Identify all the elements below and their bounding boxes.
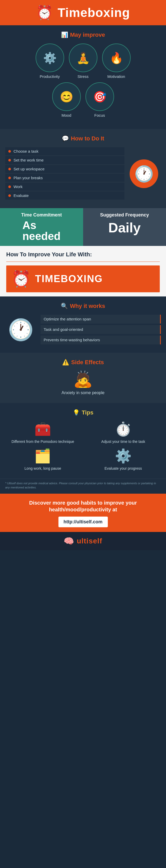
- circle-stress: 🧘 Stress: [69, 43, 97, 79]
- figure-circle: 🕐: [130, 159, 158, 188]
- step-text-6: Evaluate: [13, 193, 29, 198]
- tips-grid: 🧰 Different from the Pomodoro technique …: [5, 421, 161, 471]
- tip-3-text: Long work, long pause: [25, 466, 61, 471]
- circle-motivation: 🔥 Motivation: [102, 43, 131, 79]
- may-improve-section: 📊 May improve ⚙️ Productivity 🧘 Stress 🔥…: [0, 25, 166, 129]
- why-text-3: Prevents time-wasting behaviors: [44, 338, 100, 342]
- figure-person-icon: 🕐: [134, 165, 154, 183]
- why-works-section: 🔍 Why it works 🕐 Optimize the attention …: [0, 297, 166, 353]
- improve-banner-title: How To Improve Your Life With:: [6, 251, 160, 258]
- brand-footer: 🧠 ultiself: [0, 532, 166, 550]
- tips-bulb-icon: 💡: [73, 409, 80, 416]
- mood-label: Mood: [61, 113, 72, 118]
- focus-label: Focus: [94, 113, 105, 118]
- tip-1: 🧰 Different from the Pomodoro technique: [5, 421, 81, 444]
- why-works-title: 🔍 Why it works: [5, 303, 161, 309]
- tips-title: 💡 Tips: [5, 409, 161, 416]
- stress-label: Stress: [77, 74, 89, 79]
- motivation-label: Motivation: [107, 74, 125, 79]
- disclaimer-section: * Ultiself does not provide medical advi…: [0, 478, 166, 494]
- tip-3: 🗂️ Long work, long pause: [5, 448, 81, 471]
- step-text-1: Choose a task: [13, 149, 38, 153]
- brand-name-prefix: ulti: [77, 537, 89, 545]
- app-title: Timeboxing: [58, 5, 130, 20]
- productivity-label: Productivity: [40, 74, 60, 79]
- steps-list: Choose a task Set the work time Set up w…: [5, 147, 124, 200]
- step-dot-2: [8, 159, 11, 161]
- how-to-section: 💬 How to Do It Choose a task Set the wor…: [0, 129, 166, 208]
- footer-url-box[interactable]: http://ultiself.com: [58, 517, 108, 527]
- improve-banner-content: ⏰ TIMEBOXING: [6, 266, 160, 292]
- may-improve-icon: 📊: [61, 32, 68, 38]
- footer-cta: Discover more good habits to improve you…: [0, 494, 166, 532]
- side-effects-section: ⚠️ Side Effects 🙇 Anxiety in some people: [0, 353, 166, 403]
- brand-name: ultiself: [77, 537, 102, 545]
- step-4: Plan your breaks: [5, 174, 124, 182]
- productivity-circle: ⚙️: [36, 43, 64, 72]
- step-text-2: Set the work time: [13, 158, 44, 162]
- time-commitment-label: Time Commitment: [21, 212, 62, 218]
- suggested-frequency-label: Suggested Frequency: [100, 212, 149, 218]
- how-to-content: Choose a task Set the work time Set up w…: [5, 147, 161, 200]
- may-improve-title: 📊 May improve: [5, 32, 161, 38]
- tips-section: 💡 Tips 🧰 Different from the Pomodoro tec…: [0, 403, 166, 478]
- step-text-4: Plan your breaks: [13, 176, 43, 180]
- circle-focus: 🎯 Focus: [85, 82, 114, 118]
- why-figure: 🕐: [5, 317, 36, 342]
- step-3: Set up workspace: [5, 165, 124, 173]
- mood-circle: 😊: [52, 82, 81, 111]
- brand-icon: 🧠: [64, 536, 74, 546]
- footer-cta-text: Discover more good habits to improve you…: [6, 499, 160, 513]
- circle-productivity: ⚙️ Productivity: [36, 43, 64, 79]
- why-item-3: Prevents time-wasting behaviors: [41, 336, 161, 344]
- why-works-content: 🕐 Optimize the attention span Task and g…: [5, 315, 161, 345]
- step-1: Choose a task: [5, 147, 124, 155]
- step-dot-6: [8, 194, 11, 197]
- time-commitment-value: As needed: [22, 220, 60, 242]
- tip-4: ⚙️ Evaluate your progress: [86, 448, 161, 471]
- side-effects-text: Anxiety in some people: [5, 391, 161, 395]
- step-6: Evaluate: [5, 191, 124, 199]
- step-2: Set the work time: [5, 156, 124, 164]
- time-freq-section: Time Commitment As needed Suggested Freq…: [0, 208, 166, 246]
- why-text-1: Optimize the attention span: [44, 317, 91, 321]
- tip-1-icon: 🧰: [34, 421, 51, 437]
- side-effects-warning-icon: ⚠️: [62, 359, 69, 366]
- step-dot-3: [8, 168, 11, 170]
- tip-3-icon: 🗂️: [34, 448, 51, 464]
- step-text-5: Work: [13, 184, 23, 189]
- step-text-3: Set up workspace: [13, 167, 44, 171]
- step-dot-4: [8, 177, 11, 179]
- tip-4-text: Evaluate your progress: [105, 466, 142, 471]
- stress-circle: 🧘: [69, 43, 97, 72]
- focus-circle: 🎯: [85, 82, 114, 111]
- how-to-title: 💬 How to Do It: [5, 135, 161, 142]
- brand-name-suffix: self: [89, 537, 102, 545]
- why-item-2: Task and goal-oriented: [41, 325, 161, 334]
- why-figure-icon: 🕐: [8, 317, 34, 342]
- tip-2-text: Adjust your time to the task: [101, 439, 145, 444]
- circles-row-bottom: 😊 Mood 🎯 Focus: [5, 82, 161, 118]
- step-dot-1: [8, 150, 11, 153]
- time-commitment-box: Time Commitment As needed: [0, 208, 83, 246]
- improve-divider: [6, 261, 160, 262]
- step-5: Work: [5, 183, 124, 191]
- why-item-1: Optimize the attention span: [41, 315, 161, 323]
- tip-2-icon: ⏱️: [115, 421, 132, 437]
- improve-banner: How To Improve Your Life With: ⏰ TIMEBOX…: [0, 246, 166, 297]
- motivation-circle: 🔥: [102, 43, 131, 72]
- tip-2: ⏱️ Adjust your time to the task: [86, 421, 161, 444]
- header: ⏰ Timeboxing: [0, 0, 166, 25]
- improve-banner-icon: ⏰: [11, 270, 31, 288]
- why-works-icon: 🔍: [61, 303, 68, 309]
- tip-4-icon: ⚙️: [115, 448, 132, 464]
- why-list: Optimize the attention span Task and goa…: [41, 315, 161, 345]
- circles-row-top: ⚙️ Productivity 🧘 Stress 🔥 Motivation: [5, 43, 161, 79]
- how-to-icon: 💬: [62, 135, 69, 142]
- disclaimer-text: * Ultiself does not provide medical advi…: [5, 482, 161, 490]
- footer-url: http://ultiself.com: [64, 519, 102, 524]
- circle-mood: 😊 Mood: [52, 82, 81, 118]
- suggested-frequency-value: Daily: [108, 220, 140, 236]
- improve-banner-word: TIMEBOXING: [35, 273, 103, 284]
- side-effects-person-icon: 🙇: [5, 370, 161, 389]
